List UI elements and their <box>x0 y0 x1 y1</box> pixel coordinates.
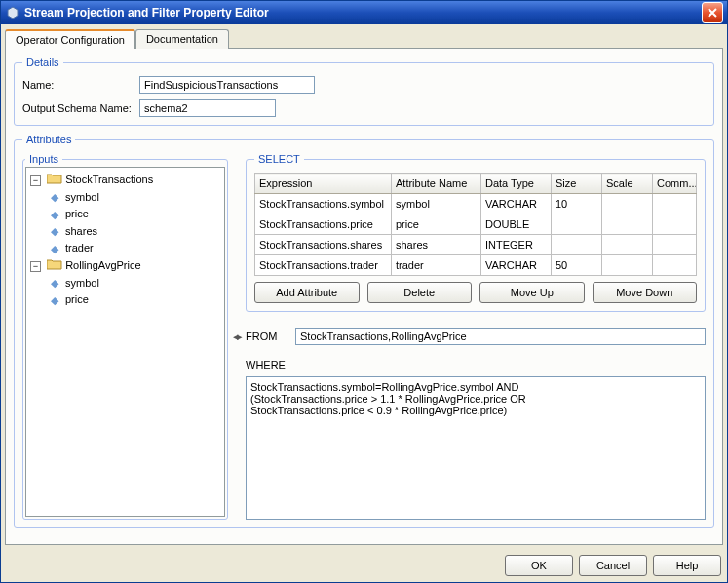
table-row[interactable]: StockTransactions.pricepriceDOUBLE <box>255 214 697 235</box>
table-row[interactable]: StockTransactions.symbolsymbolVARCHAR10 <box>255 194 697 214</box>
cell-size[interactable] <box>552 214 602 235</box>
cell-scale[interactable] <box>602 214 653 235</box>
right-panel: SELECT Expression Attribute Name Data Ty… <box>246 153 706 520</box>
name-label: Name: <box>22 79 139 91</box>
tree-item-symbol[interactable]: ◆symbol <box>48 189 220 207</box>
splitter-dots-icon: ◂▸ <box>233 330 241 343</box>
tree-item-shares[interactable]: ◆shares <box>48 223 220 241</box>
attribute-icon: ◆ <box>48 275 61 292</box>
dialog-footer: OK Cancel Help <box>1 549 727 582</box>
app-icon <box>5 5 20 20</box>
cell-scale[interactable] <box>602 255 653 276</box>
window-title: Stream Projection and Filter Property Ed… <box>24 6 702 19</box>
table-row[interactable]: StockTransactions.tradertraderVARCHAR50 <box>255 255 697 276</box>
add-attribute-button[interactable]: Add Attribute <box>254 282 360 303</box>
col-scale[interactable]: Scale <box>602 174 653 194</box>
tree-label: price <box>65 293 89 305</box>
tab-documentation[interactable]: Documentation <box>135 29 229 49</box>
tree-label: shares <box>65 225 97 237</box>
where-label: WHERE <box>246 359 706 370</box>
tree-item-price[interactable]: ◆price <box>48 206 220 223</box>
schema-name-label: Output Schema Name: <box>22 102 139 114</box>
editor-window: Stream Projection and Filter Property Ed… <box>0 0 728 583</box>
details-legend: Details <box>22 57 63 68</box>
tree-label: StockTransactions <box>65 174 153 185</box>
attribute-icon: ◆ <box>48 241 61 257</box>
attribute-icon: ◆ <box>48 189 61 206</box>
titlebar: Stream Projection and Filter Property Ed… <box>1 1 727 24</box>
cell-attr_name[interactable]: price <box>392 214 481 235</box>
cell-attr_name[interactable]: shares <box>392 235 481 255</box>
cell-scale[interactable] <box>602 194 653 214</box>
ok-button[interactable]: OK <box>505 555 573 576</box>
col-size[interactable]: Size <box>552 174 602 194</box>
tab-operator-configuration[interactable]: Operator Configuration <box>5 29 135 49</box>
help-button[interactable]: Help <box>653 555 721 576</box>
inputs-legend: Inputs <box>25 153 62 165</box>
col-expression[interactable]: Expression <box>255 174 392 194</box>
cell-scale[interactable] <box>602 235 653 255</box>
attributes-group: Attributes Inputs − StockTransactions <box>14 134 714 528</box>
cell-expression[interactable]: StockTransactions.trader <box>255 255 392 276</box>
tree-toggle-icon[interactable]: − <box>30 175 41 186</box>
move-up-button[interactable]: Move Up <box>479 282 585 303</box>
tree-item-symbol-2[interactable]: ◆symbol <box>48 275 220 292</box>
col-attribute-name[interactable]: Attribute Name <box>392 174 481 194</box>
folder-icon <box>47 258 62 275</box>
tree-toggle-icon[interactable]: − <box>30 261 41 272</box>
tree-label: symbol <box>65 277 99 289</box>
from-field[interactable] <box>295 328 706 345</box>
svg-marker-0 <box>8 7 18 19</box>
tree-item-trader[interactable]: ◆trader <box>48 240 220 257</box>
col-data-type[interactable]: Data Type <box>481 174 552 194</box>
select-header-row: Expression Attribute Name Data Type Size… <box>255 174 697 194</box>
tree-label: RollingAvgPrice <box>65 259 140 271</box>
cell-attr_name[interactable]: trader <box>392 255 481 276</box>
name-field[interactable] <box>139 76 315 94</box>
from-label: FROM <box>246 330 289 342</box>
delete-button[interactable]: Delete <box>367 282 473 303</box>
cell-data_type[interactable]: INTEGER <box>481 235 552 255</box>
cell-comm[interactable] <box>653 194 697 214</box>
tree-item-price-2[interactable]: ◆price <box>48 292 220 309</box>
tree-label: trader <box>65 242 94 253</box>
cell-data_type[interactable]: DOUBLE <box>481 214 552 235</box>
tree-label: symbol <box>65 191 99 203</box>
cell-data_type[interactable]: VARCHAR <box>481 194 552 214</box>
tab-bar: Operator Configuration Documentation <box>1 24 727 48</box>
cell-comm[interactable] <box>653 255 697 276</box>
tree-item-stocktransactions[interactable]: − StockTransactions <box>30 172 220 189</box>
folder-icon <box>47 173 62 189</box>
select-legend: SELECT <box>254 153 304 165</box>
cell-comm[interactable] <box>653 235 697 255</box>
cell-size[interactable] <box>552 235 602 255</box>
attributes-legend: Attributes <box>22 134 75 145</box>
tree-label: price <box>65 208 89 219</box>
attribute-icon: ◆ <box>48 207 61 223</box>
select-table[interactable]: Expression Attribute Name Data Type Size… <box>254 173 697 276</box>
tree-item-rollingavgprice[interactable]: − RollingAvgPrice <box>30 257 220 275</box>
inputs-tree[interactable]: − StockTransactions ◆symbol ◆price ◆shar… <box>25 167 225 517</box>
cell-expression[interactable]: StockTransactions.symbol <box>255 194 392 214</box>
attribute-icon: ◆ <box>48 223 61 240</box>
where-field[interactable] <box>246 376 706 520</box>
cell-expression[interactable]: StockTransactions.shares <box>255 235 392 255</box>
select-group: SELECT Expression Attribute Name Data Ty… <box>246 153 706 312</box>
output-schema-name-field[interactable] <box>139 99 276 117</box>
inputs-group: Inputs − StockTransactions ◆symbol ◆pric… <box>22 153 228 520</box>
table-row[interactable]: StockTransactions.sharessharesINTEGER <box>255 235 697 255</box>
cell-expression[interactable]: StockTransactions.price <box>255 214 392 235</box>
close-button[interactable] <box>702 2 723 23</box>
attribute-icon: ◆ <box>48 292 61 309</box>
splitter-handle[interactable]: ◂▸ <box>234 153 240 520</box>
col-comm[interactable]: Comm... <box>653 174 697 194</box>
cell-size[interactable]: 10 <box>552 194 602 214</box>
details-group: Details Name: Output Schema Name: <box>14 57 714 126</box>
cancel-button[interactable]: Cancel <box>579 555 647 576</box>
cell-comm[interactable] <box>653 214 697 235</box>
tab-content: Details Name: Output Schema Name: Attrib… <box>5 48 723 545</box>
cell-size[interactable]: 50 <box>552 255 602 276</box>
move-down-button[interactable]: Move Down <box>593 282 698 303</box>
cell-attr_name[interactable]: symbol <box>392 194 481 214</box>
cell-data_type[interactable]: VARCHAR <box>481 255 552 276</box>
